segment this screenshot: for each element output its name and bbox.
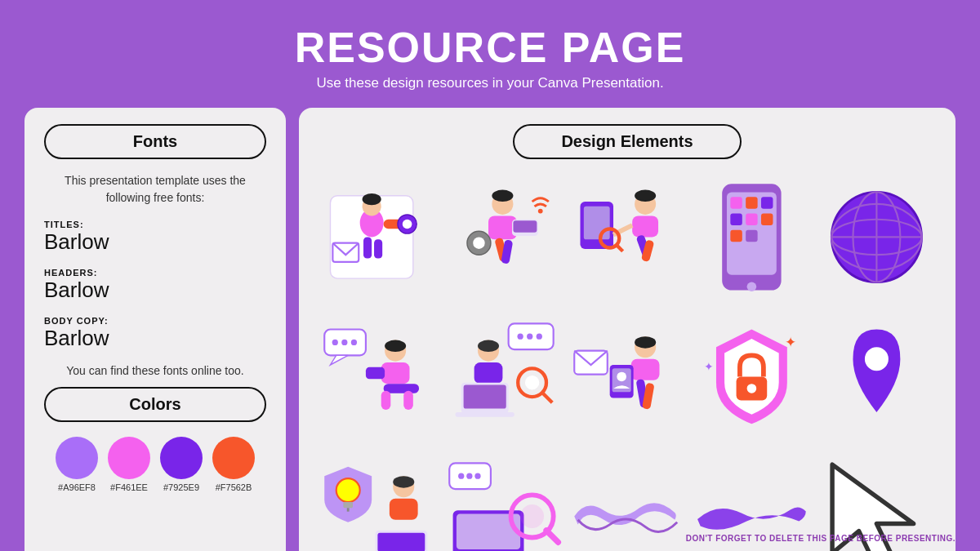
svg-rect-58 — [381, 391, 391, 410]
svg-point-6 — [403, 220, 412, 229]
svg-rect-33 — [746, 197, 758, 208]
svg-rect-8 — [374, 239, 382, 258]
svg-point-75 — [635, 336, 656, 348]
svg-point-71 — [525, 375, 539, 389]
swatch-hex-4: #F7562B — [216, 482, 252, 492]
page-header: RESOURCE PAGE Use these design resources… — [295, 0, 686, 98]
svg-rect-56 — [366, 367, 385, 379]
footer-note: DON'T FORGET TO DELETE THIS PAGE BEFORE … — [686, 534, 956, 543]
font-body-label: BODY COPY: — [44, 316, 266, 326]
svg-point-97 — [458, 473, 464, 478]
right-panel: Design Elements — [299, 108, 956, 551]
swatch-1: #A96EF8 — [56, 437, 98, 492]
page-title: RESOURCE PAGE — [295, 23, 686, 72]
fonts-online-note: You can find these fonts online too. — [44, 364, 266, 377]
svg-rect-57 — [384, 384, 419, 393]
svg-rect-24 — [632, 216, 658, 237]
svg-point-91 — [393, 476, 414, 487]
font-titles: TITLES: Barlow — [44, 220, 266, 255]
main-content: Fonts This presentation template uses th… — [0, 98, 980, 551]
svg-rect-59 — [403, 391, 413, 410]
swatch-circle-3 — [160, 437, 203, 479]
svg-point-99 — [474, 473, 480, 478]
fonts-badge: Fonts — [44, 124, 266, 159]
svg-rect-32 — [731, 197, 742, 208]
swatch-circle-4 — [212, 437, 255, 479]
svg-point-50 — [332, 340, 338, 345]
svg-rect-14 — [513, 220, 537, 232]
svg-point-83 — [747, 384, 757, 393]
svg-line-105 — [546, 531, 558, 542]
svg-rect-36 — [746, 213, 758, 224]
element-1 — [318, 171, 437, 304]
svg-point-54 — [385, 340, 406, 351]
element-8 — [568, 310, 687, 443]
svg-line-72 — [541, 392, 552, 402]
elements-grid: ✦ ✦ — [318, 171, 936, 551]
svg-rect-76 — [630, 359, 659, 380]
element-5 — [817, 171, 936, 304]
font-headers-name: Barlow — [44, 278, 266, 303]
swatch-hex-3: #7925E9 — [163, 482, 199, 492]
swatch-hex-1: #A96EF8 — [58, 482, 96, 492]
svg-point-23 — [635, 190, 656, 202]
element-3 — [568, 171, 687, 304]
swatch-3: #7925E9 — [160, 437, 203, 492]
svg-point-11 — [492, 190, 513, 202]
svg-rect-37 — [761, 213, 773, 224]
element-12 — [443, 450, 562, 551]
svg-rect-68 — [463, 384, 506, 408]
svg-text:✦: ✦ — [785, 334, 796, 350]
design-elements-badge: Design Elements — [513, 124, 742, 159]
element-9: ✦ ✦ — [693, 310, 811, 443]
fonts-description: This presentation template uses the foll… — [44, 172, 266, 207]
svg-rect-92 — [390, 499, 418, 520]
svg-point-86 — [865, 347, 889, 371]
font-body-name: Barlow — [44, 326, 266, 351]
svg-point-61 — [517, 334, 523, 340]
svg-rect-21 — [583, 207, 609, 240]
svg-point-15 — [538, 209, 543, 214]
svg-point-51 — [341, 340, 347, 345]
colors-badge: Colors — [44, 387, 266, 422]
swatch-4: #F7562B — [212, 437, 255, 492]
element-4 — [693, 171, 811, 304]
page-subtitle: Use these design resources in your Canva… — [295, 75, 686, 91]
svg-rect-38 — [731, 230, 742, 242]
font-titles-name: Barlow — [44, 229, 266, 255]
svg-rect-66 — [474, 362, 502, 384]
element-7 — [443, 310, 562, 443]
svg-text:✦: ✦ — [705, 360, 715, 373]
svg-point-19 — [473, 237, 484, 248]
element-6 — [318, 310, 437, 443]
svg-rect-94 — [377, 533, 425, 551]
svg-marker-49 — [330, 355, 348, 365]
svg-point-79 — [617, 372, 626, 382]
svg-point-52 — [351, 340, 357, 345]
svg-point-63 — [536, 334, 541, 340]
svg-point-98 — [466, 473, 472, 478]
svg-rect-7 — [363, 237, 372, 258]
svg-point-104 — [520, 504, 544, 528]
swatch-2: #F461EE — [108, 437, 150, 492]
svg-rect-88 — [343, 502, 353, 508]
element-11 — [318, 450, 437, 551]
svg-rect-69 — [455, 412, 514, 417]
colors-swatches: #A96EF8 #F461EE #7925E9 #F7562B — [44, 437, 266, 492]
font-titles-label: TITLES: — [44, 220, 266, 229]
svg-point-40 — [747, 282, 757, 291]
font-headers-label: HEADERS: — [44, 268, 266, 278]
element-10 — [817, 310, 936, 443]
svg-rect-34 — [761, 197, 773, 208]
swatch-hex-2: #F461EE — [110, 482, 148, 492]
svg-rect-35 — [731, 213, 742, 224]
swatch-circle-2 — [108, 437, 150, 479]
svg-rect-55 — [381, 362, 410, 384]
element-2 — [443, 171, 562, 304]
left-panel: Fonts This presentation template uses th… — [24, 108, 286, 551]
svg-rect-39 — [746, 230, 758, 242]
svg-point-65 — [478, 340, 499, 351]
element-13 — [568, 450, 687, 551]
svg-point-62 — [527, 334, 532, 340]
svg-point-87 — [336, 478, 360, 502]
